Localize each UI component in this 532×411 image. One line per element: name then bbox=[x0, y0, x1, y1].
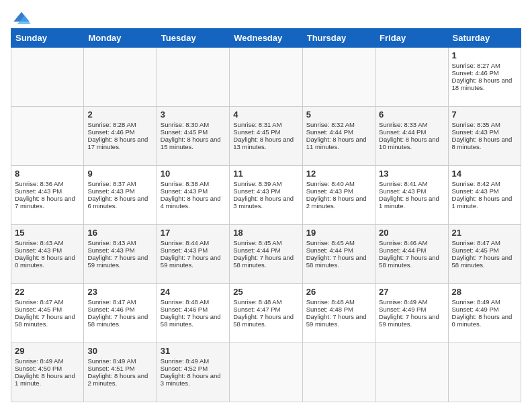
header-monday: Monday bbox=[84, 29, 157, 48]
day-number: 12 bbox=[306, 169, 371, 179]
day-cell-20: 20Sunrise: 8:46 AMSunset: 4:44 PMDayligh… bbox=[375, 225, 448, 284]
day-cell-29: 29Sunrise: 8:49 AMSunset: 4:50 PMDayligh… bbox=[11, 343, 84, 402]
day-cell-8: 8Sunrise: 8:36 AMSunset: 4:43 PMDaylight… bbox=[11, 166, 84, 225]
day-number: 21 bbox=[452, 228, 517, 238]
day-cell-5: 5Sunrise: 8:32 AMSunset: 4:44 PMDaylight… bbox=[302, 107, 375, 166]
header-saturday: Saturday bbox=[448, 29, 521, 48]
empty-cell bbox=[157, 48, 229, 107]
day-number: 4 bbox=[233, 109, 298, 120]
day-number: 25 bbox=[233, 287, 298, 297]
header-tuesday: Tuesday bbox=[157, 29, 229, 48]
day-cell-18: 18Sunrise: 8:45 AMSunset: 4:44 PMDayligh… bbox=[230, 225, 302, 284]
day-cell-14: 14Sunrise: 8:42 AMSunset: 4:43 PMDayligh… bbox=[448, 166, 521, 225]
day-cell-16: 16Sunrise: 8:43 AMSunset: 4:43 PMDayligh… bbox=[84, 225, 157, 284]
empty-cell bbox=[84, 48, 157, 107]
calendar-header-row: SundayMondayTuesdayWednesdayThursdayFrid… bbox=[11, 29, 521, 48]
calendar-week-1: 1Sunrise: 8:27 AMSunset: 4:46 PMDaylight… bbox=[11, 48, 521, 107]
day-number: 6 bbox=[379, 109, 444, 120]
day-number: 15 bbox=[15, 228, 80, 238]
day-cell-15: 15Sunrise: 8:43 AMSunset: 4:43 PMDayligh… bbox=[11, 225, 84, 284]
day-cell-7: 7Sunrise: 8:35 AMSunset: 4:43 PMDaylight… bbox=[448, 107, 521, 166]
day-number: 19 bbox=[306, 228, 371, 238]
calendar-week-5: 22Sunrise: 8:47 AMSunset: 4:45 PMDayligh… bbox=[11, 284, 521, 343]
day-number: 11 bbox=[233, 169, 298, 179]
calendar: SundayMondayTuesdayWednesdayThursdayFrid… bbox=[11, 28, 521, 402]
day-cell-3: 3Sunrise: 8:30 AMSunset: 4:45 PMDaylight… bbox=[157, 107, 229, 166]
empty-cell bbox=[11, 48, 84, 107]
day-cell-2: 2Sunrise: 8:28 AMSunset: 4:46 PMDaylight… bbox=[84, 107, 157, 166]
day-number: 13 bbox=[379, 169, 444, 179]
day-number: 29 bbox=[15, 346, 80, 356]
day-cell-12: 12Sunrise: 8:40 AMSunset: 4:43 PMDayligh… bbox=[302, 166, 375, 225]
day-cell-27: 27Sunrise: 8:49 AMSunset: 4:49 PMDayligh… bbox=[375, 284, 448, 343]
header-friday: Friday bbox=[375, 29, 448, 48]
logo-icon bbox=[12, 11, 31, 24]
day-cell-26: 26Sunrise: 8:48 AMSunset: 4:48 PMDayligh… bbox=[302, 284, 375, 343]
day-cell-25: 25Sunrise: 8:48 AMSunset: 4:47 PMDayligh… bbox=[230, 284, 302, 343]
header-sunday: Sunday bbox=[11, 29, 84, 48]
day-number: 22 bbox=[15, 287, 80, 297]
day-cell-13: 13Sunrise: 8:41 AMSunset: 4:43 PMDayligh… bbox=[375, 166, 448, 225]
day-number: 28 bbox=[452, 287, 517, 297]
day-number: 7 bbox=[452, 109, 517, 120]
logo-text bbox=[11, 11, 31, 24]
day-number: 10 bbox=[161, 169, 226, 179]
empty-cell bbox=[230, 343, 302, 402]
day-number: 26 bbox=[306, 287, 371, 297]
day-cell-30: 30Sunrise: 8:49 AMSunset: 4:51 PMDayligh… bbox=[84, 343, 157, 402]
day-cell-1: 1Sunrise: 8:27 AMSunset: 4:46 PMDaylight… bbox=[448, 48, 521, 107]
day-cell-10: 10Sunrise: 8:38 AMSunset: 4:43 PMDayligh… bbox=[157, 166, 229, 225]
day-cell-9: 9Sunrise: 8:37 AMSunset: 4:43 PMDaylight… bbox=[84, 166, 157, 225]
day-cell-21: 21Sunrise: 8:47 AMSunset: 4:45 PMDayligh… bbox=[448, 225, 521, 284]
calendar-week-4: 15Sunrise: 8:43 AMSunset: 4:43 PMDayligh… bbox=[11, 225, 521, 284]
day-cell-31: 31Sunrise: 8:49 AMSunset: 4:52 PMDayligh… bbox=[157, 343, 229, 402]
day-cell-4: 4Sunrise: 8:31 AMSunset: 4:45 PMDaylight… bbox=[230, 107, 302, 166]
empty-cell bbox=[230, 48, 302, 107]
day-cell-6: 6Sunrise: 8:33 AMSunset: 4:44 PMDaylight… bbox=[375, 107, 448, 166]
day-number: 23 bbox=[87, 287, 152, 297]
day-cell-23: 23Sunrise: 8:47 AMSunset: 4:46 PMDayligh… bbox=[84, 284, 157, 343]
empty-cell bbox=[375, 343, 448, 402]
day-cell-11: 11Sunrise: 8:39 AMSunset: 4:43 PMDayligh… bbox=[230, 166, 302, 225]
day-number: 31 bbox=[161, 346, 226, 356]
day-number: 9 bbox=[87, 169, 152, 179]
day-cell-28: 28Sunrise: 8:49 AMSunset: 4:49 PMDayligh… bbox=[448, 284, 521, 343]
header bbox=[11, 11, 521, 21]
empty-cell bbox=[375, 48, 448, 107]
day-number: 3 bbox=[161, 109, 226, 120]
header-thursday: Thursday bbox=[302, 29, 375, 48]
day-number: 24 bbox=[161, 287, 226, 297]
header-wednesday: Wednesday bbox=[230, 29, 302, 48]
day-number: 18 bbox=[233, 228, 298, 238]
calendar-week-6: 29Sunrise: 8:49 AMSunset: 4:50 PMDayligh… bbox=[11, 343, 521, 402]
day-number: 8 bbox=[15, 169, 80, 179]
calendar-week-3: 8Sunrise: 8:36 AMSunset: 4:43 PMDaylight… bbox=[11, 166, 521, 225]
page: SundayMondayTuesdayWednesdayThursdayFrid… bbox=[0, 0, 532, 411]
day-cell-22: 22Sunrise: 8:47 AMSunset: 4:45 PMDayligh… bbox=[11, 284, 84, 343]
day-number: 14 bbox=[452, 169, 517, 179]
day-number: 30 bbox=[87, 346, 152, 356]
day-cell-17: 17Sunrise: 8:44 AMSunset: 4:43 PMDayligh… bbox=[157, 225, 229, 284]
day-number: 5 bbox=[306, 109, 371, 120]
day-cell-19: 19Sunrise: 8:45 AMSunset: 4:44 PMDayligh… bbox=[302, 225, 375, 284]
day-number: 2 bbox=[87, 109, 152, 120]
day-cell-24: 24Sunrise: 8:48 AMSunset: 4:46 PMDayligh… bbox=[157, 284, 229, 343]
day-number: 20 bbox=[379, 228, 444, 238]
calendar-week-2: 2Sunrise: 8:28 AMSunset: 4:46 PMDaylight… bbox=[11, 107, 521, 166]
empty-cell bbox=[448, 343, 521, 402]
empty-cell bbox=[11, 107, 84, 166]
day-number: 1 bbox=[452, 50, 517, 60]
logo bbox=[11, 11, 31, 21]
empty-cell bbox=[302, 343, 375, 402]
day-number: 27 bbox=[379, 287, 444, 297]
day-number: 16 bbox=[87, 228, 152, 238]
empty-cell bbox=[302, 48, 375, 107]
day-number: 17 bbox=[161, 228, 226, 238]
